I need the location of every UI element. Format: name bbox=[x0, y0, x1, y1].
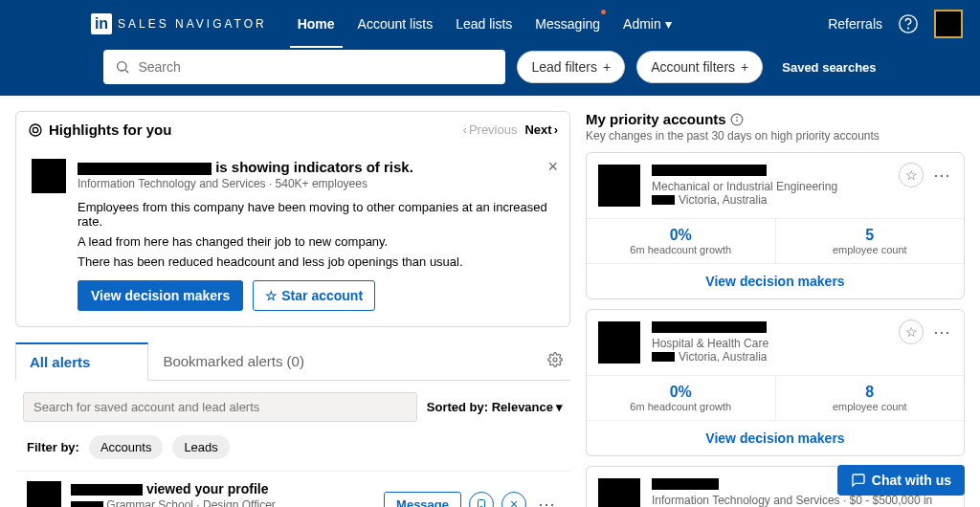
info-icon[interactable] bbox=[730, 113, 744, 126]
top-nav: in SALES NAVIGATOR Home Account lists Le… bbox=[0, 0, 980, 48]
nav-messaging[interactable]: Messaging bbox=[523, 0, 612, 48]
highlight-headline: is showing indicators of risk. bbox=[78, 159, 554, 175]
product-name: SALES NAVIGATOR bbox=[118, 17, 267, 31]
more-icon[interactable]: ⋯ bbox=[534, 494, 559, 507]
alert-item: viewed your profile Grammar School · Des… bbox=[15, 472, 570, 507]
company-location: Victoria, Australia bbox=[652, 350, 952, 364]
search-input[interactable] bbox=[138, 59, 494, 75]
svg-point-5 bbox=[33, 127, 37, 132]
filter-accounts[interactable]: Accounts bbox=[89, 435, 163, 459]
highlight-text: There has been reduced headcount and les… bbox=[78, 254, 554, 269]
company-name[interactable] bbox=[652, 478, 719, 490]
tab-bookmarked-alerts[interactable]: Bookmarked alerts (0) bbox=[148, 342, 363, 380]
nav-lead-lists[interactable]: Lead lists bbox=[444, 0, 523, 48]
view-decision-makers-button[interactable]: View decision makers bbox=[78, 280, 243, 311]
more-icon[interactable]: ⋯ bbox=[929, 165, 954, 186]
highlights-prev: ‹ Previous bbox=[463, 122, 518, 137]
close-icon[interactable]: × bbox=[547, 157, 558, 177]
svg-line-3 bbox=[126, 70, 129, 73]
star-icon[interactable]: ☆ bbox=[899, 320, 924, 344]
highlight-meta: Information Technology and Services · 54… bbox=[78, 177, 554, 190]
dismiss-icon[interactable]: × bbox=[501, 492, 526, 507]
star-icon[interactable]: ☆ bbox=[899, 163, 924, 187]
svg-point-9 bbox=[736, 117, 737, 118]
filter-leads[interactable]: Leads bbox=[172, 435, 229, 459]
plus-icon: + bbox=[741, 59, 748, 75]
target-icon bbox=[28, 122, 43, 138]
main-nav: Home Account lists Lead lists Messaging … bbox=[286, 0, 683, 48]
more-icon[interactable]: ⋯ bbox=[929, 321, 954, 342]
sort-dropdown[interactable]: Sorted by: Relevance ▾ bbox=[427, 400, 563, 414]
message-button[interactable]: Message bbox=[384, 492, 461, 508]
company-location: Victoria, Australia bbox=[652, 193, 952, 207]
highlights-card: Highlights for you ‹ Previous Next › is … bbox=[15, 111, 570, 327]
view-decision-makers-link[interactable]: View decision makers bbox=[705, 274, 844, 289]
svg-point-2 bbox=[118, 62, 126, 71]
chevron-down-icon: ▾ bbox=[665, 16, 672, 32]
chat-icon bbox=[851, 473, 866, 488]
search-box[interactable] bbox=[103, 50, 505, 84]
star-icon: ☆ bbox=[265, 288, 278, 303]
nav-referrals[interactable]: Referrals bbox=[828, 16, 882, 32]
headcount-growth: 0% bbox=[590, 384, 771, 401]
plus-icon: + bbox=[603, 59, 611, 75]
filter-by-label: Filter by: bbox=[27, 440, 79, 454]
profile-avatar[interactable] bbox=[934, 10, 963, 38]
chat-button[interactable]: Chat with us bbox=[837, 465, 965, 496]
avatar bbox=[27, 481, 61, 507]
stat-label: employee count bbox=[780, 401, 961, 412]
alert-subtitle: Grammar School · Design Officer bbox=[71, 498, 374, 507]
tab-all-alerts[interactable]: All alerts bbox=[15, 342, 148, 381]
highlights-title: Highlights for you bbox=[49, 121, 171, 138]
priority-subtitle: Key changes in the past 30 days on high … bbox=[586, 129, 965, 143]
nav-admin[interactable]: Admin▾ bbox=[612, 0, 683, 48]
chevron-left-icon: ‹ bbox=[463, 122, 467, 137]
highlight-text: A lead from here has changed their job t… bbox=[78, 234, 554, 249]
nav-home[interactable]: Home bbox=[286, 0, 346, 48]
logo[interactable]: in SALES NAVIGATOR bbox=[91, 13, 267, 34]
search-icon bbox=[115, 59, 130, 75]
company-logo bbox=[598, 165, 640, 207]
bookmark-icon[interactable] bbox=[469, 492, 494, 507]
gear-icon[interactable] bbox=[547, 352, 563, 370]
company-name[interactable] bbox=[652, 321, 767, 333]
linkedin-icon: in bbox=[91, 13, 112, 34]
chevron-down-icon: ▾ bbox=[556, 400, 563, 414]
alerts-search-input[interactable] bbox=[23, 392, 417, 422]
employee-count: 8 bbox=[780, 384, 961, 401]
search-bar: Lead filters+ Account filters+ Saved sea… bbox=[0, 48, 980, 96]
svg-point-1 bbox=[908, 28, 909, 29]
lead-filters-button[interactable]: Lead filters+ bbox=[517, 51, 625, 83]
company-logo bbox=[598, 478, 640, 507]
priority-account-card: Mechanical or Industrial Engineering Vic… bbox=[586, 152, 965, 299]
company-logo bbox=[598, 321, 640, 364]
highlight-text: Employees from this company have been mo… bbox=[78, 200, 554, 229]
company-name[interactable] bbox=[652, 165, 767, 176]
stat-label: 6m headcount growth bbox=[590, 244, 771, 255]
company-logo bbox=[32, 159, 66, 193]
chevron-right-icon: › bbox=[554, 122, 558, 137]
notification-dot bbox=[601, 10, 606, 14]
svg-point-6 bbox=[553, 358, 557, 362]
alert-headline: viewed your profile bbox=[71, 481, 374, 496]
highlights-next[interactable]: Next › bbox=[524, 122, 558, 137]
priority-account-card: Hospital & Health Care Victoria, Austral… bbox=[586, 309, 965, 456]
saved-searches-link[interactable]: Saved searches bbox=[782, 60, 876, 75]
svg-point-4 bbox=[30, 124, 41, 136]
headcount-growth: 0% bbox=[590, 227, 771, 244]
help-icon[interactable] bbox=[898, 13, 919, 34]
employee-count: 5 bbox=[780, 227, 961, 244]
stat-label: 6m headcount growth bbox=[590, 401, 771, 412]
priority-title: My priority accounts bbox=[586, 111, 726, 127]
star-account-button[interactable]: ☆Star account bbox=[253, 280, 375, 311]
stat-label: employee count bbox=[780, 244, 961, 255]
alerts-tabs: All alerts Bookmarked alerts (0) bbox=[15, 342, 570, 381]
account-filters-button[interactable]: Account filters+ bbox=[636, 51, 763, 83]
view-decision-makers-link[interactable]: View decision makers bbox=[705, 430, 844, 446]
nav-account-lists[interactable]: Account lists bbox=[346, 0, 445, 48]
